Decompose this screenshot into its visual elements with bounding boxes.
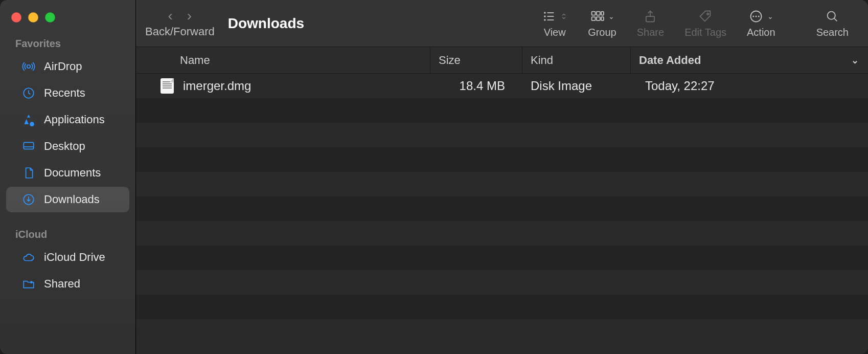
- empty-row: [136, 319, 868, 344]
- file-list: imerger.dmg 18.4 MB Disk Image Today, 22…: [136, 74, 868, 354]
- sidebar-item-label: Desktop: [44, 140, 85, 153]
- empty-row: [136, 172, 868, 196]
- sidebar-section-icloud-label: iCloud: [0, 226, 135, 244]
- window-controls: [0, 7, 135, 35]
- svg-rect-2: [24, 142, 34, 149]
- table-row[interactable]: imerger.dmg 18.4 MB Disk Image Today, 22…: [136, 74, 868, 98]
- svg-rect-13: [601, 12, 604, 15]
- toolbar-edit-tags[interactable]: Edit Tags: [684, 8, 726, 38]
- list-view-icon: [542, 8, 567, 25]
- empty-row: [136, 246, 868, 270]
- sidebar-item-label: Recents: [44, 86, 85, 100]
- finder-window: Favorites AirDrop Recents Applications D…: [0, 0, 868, 354]
- close-window-button[interactable]: [11, 12, 21, 23]
- chevron-down-icon: ⌄: [608, 12, 614, 20]
- sidebar-item-desktop[interactable]: Desktop: [6, 134, 129, 159]
- sidebar-item-label: iCloud Drive: [44, 251, 105, 264]
- svg-rect-14: [591, 17, 595, 20]
- sidebar: Favorites AirDrop Recents Applications D…: [0, 0, 136, 354]
- toolbar-group[interactable]: ⌄ Group: [588, 8, 616, 38]
- window-title: Downloads: [228, 15, 304, 32]
- svg-point-21: [752, 15, 754, 17]
- fullscreen-window-button[interactable]: [45, 12, 55, 23]
- disk-image-file-icon: [161, 78, 174, 94]
- column-header-row: Name Size Kind Date Added ⌄: [136, 47, 868, 74]
- empty-row: [136, 196, 868, 221]
- empty-row: [136, 270, 868, 295]
- sidebar-section-favorites-label: Favorites: [0, 35, 135, 53]
- file-size: 18.4 MB: [430, 79, 522, 93]
- nav-back-forward: ‹ › Back/Forward: [145, 9, 215, 38]
- svg-rect-17: [646, 16, 654, 22]
- sidebar-item-recents[interactable]: Recents: [6, 80, 129, 106]
- svg-rect-16: [601, 17, 604, 20]
- apps-icon: [21, 113, 36, 127]
- toolbar-view[interactable]: View: [542, 8, 567, 38]
- svg-point-5: [544, 12, 546, 14]
- chevron-down-icon: ⌄: [767, 12, 773, 20]
- empty-row: [136, 98, 868, 123]
- column-header-name[interactable]: Name: [136, 47, 430, 73]
- cloud-icon: [21, 250, 36, 264]
- toolbar-share[interactable]: Share: [637, 8, 664, 38]
- document-icon: [21, 166, 36, 180]
- svg-point-22: [758, 15, 760, 17]
- sidebar-item-icloud-drive[interactable]: iCloud Drive: [6, 245, 129, 270]
- shared-folder-icon: [21, 277, 36, 291]
- sidebar-item-downloads[interactable]: Downloads: [6, 187, 129, 212]
- sidebar-item-airdrop[interactable]: AirDrop: [6, 54, 129, 79]
- empty-row: [136, 123, 868, 147]
- toolbar-action[interactable]: ⌄ Action: [747, 8, 775, 38]
- clock-icon: [21, 86, 36, 100]
- sidebar-item-documents[interactable]: Documents: [6, 160, 129, 186]
- toolbar: ‹ › Back/Forward Downloads View ⌄: [136, 0, 868, 47]
- sidebar-item-label: AirDrop: [44, 60, 82, 73]
- share-icon: [643, 8, 657, 25]
- download-icon: [21, 192, 36, 207]
- svg-rect-12: [597, 12, 600, 15]
- svg-point-20: [755, 15, 757, 17]
- nav-label: Back/Forward: [145, 25, 215, 38]
- svg-point-4: [30, 281, 33, 283]
- sidebar-item-label: Downloads: [44, 193, 100, 206]
- toolbar-search[interactable]: Search: [816, 8, 849, 38]
- airdrop-icon: [21, 59, 36, 74]
- file-date-added: Today, 22:27: [631, 79, 868, 93]
- empty-row: [136, 221, 868, 246]
- back-button[interactable]: ‹: [168, 9, 173, 23]
- svg-point-18: [707, 13, 709, 15]
- tag-icon: [698, 8, 713, 25]
- updown-icon: [560, 12, 567, 21]
- column-header-date-added[interactable]: Date Added ⌄: [631, 47, 868, 73]
- column-header-kind[interactable]: Kind: [522, 47, 631, 73]
- empty-row: [136, 147, 868, 172]
- svg-line-24: [834, 18, 837, 21]
- sidebar-item-shared[interactable]: Shared: [6, 271, 129, 297]
- grid-icon: ⌄: [590, 8, 614, 25]
- svg-rect-11: [591, 12, 595, 15]
- column-header-size[interactable]: Size: [430, 47, 522, 73]
- empty-row: [136, 295, 868, 319]
- svg-rect-15: [597, 17, 600, 20]
- forward-button[interactable]: ›: [187, 9, 192, 23]
- sidebar-item-applications[interactable]: Applications: [6, 107, 129, 132]
- action-icon: ⌄: [749, 8, 773, 25]
- minimize-window-button[interactable]: [28, 12, 38, 23]
- file-kind: Disk Image: [522, 79, 631, 93]
- svg-point-23: [828, 12, 835, 19]
- svg-point-0: [27, 65, 31, 69]
- main-pane: ‹ › Back/Forward Downloads View ⌄: [136, 0, 868, 354]
- file-name: imerger.dmg: [183, 79, 251, 93]
- sidebar-item-label: Applications: [44, 113, 105, 126]
- sidebar-item-label: Shared: [44, 277, 80, 291]
- sidebar-item-label: Documents: [44, 166, 101, 180]
- chevron-down-icon: ⌄: [851, 55, 859, 66]
- svg-point-7: [544, 19, 546, 21]
- svg-point-6: [544, 15, 546, 17]
- desktop-icon: [21, 139, 36, 153]
- search-icon: [825, 8, 839, 25]
